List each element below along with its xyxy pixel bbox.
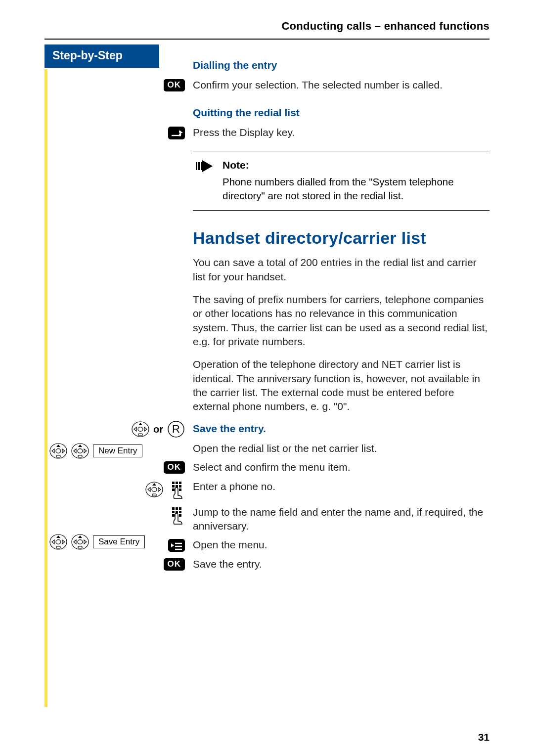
section-title: Handset directory/carrier list — [193, 228, 490, 248]
text-open-menu: Open the menu. — [193, 538, 267, 552]
text-save-entry: Save the entry. — [193, 557, 262, 571]
note-box: Note: Phone numbers dialled from the "Sy… — [193, 151, 490, 211]
subhead-dialling: Dialling the entry — [193, 59, 490, 71]
or-label: or — [153, 424, 163, 435]
softkey-new-entry[interactable]: New Entry — [93, 445, 142, 457]
control-key-icon — [71, 442, 89, 460]
para-2: The saving of prefix numbers for carrier… — [193, 293, 490, 349]
page-number: 31 — [478, 731, 490, 743]
text-press-display: Press the Display key. — [193, 126, 295, 139]
subhead-save-entry: Save the entry. — [193, 423, 490, 435]
text-confirm-selection: Confirm your selection. The selected num… — [193, 78, 443, 92]
note-body-text: Phone numbers dialled from the "System t… — [222, 176, 454, 201]
keypad-hand-icon — [170, 481, 185, 500]
ok-key-icon: OK — [164, 461, 185, 474]
control-key-icon — [132, 420, 149, 438]
menu-key-icon — [168, 539, 185, 552]
display-key-icon — [168, 127, 185, 139]
running-head: Conducting calls – enhanced functions — [44, 20, 490, 33]
text-enter-phone: Enter a phone no. — [193, 480, 275, 493]
control-key-icon — [49, 442, 67, 460]
para-1: You can save a total of 200 entries in t… — [193, 256, 490, 284]
control-key-icon — [71, 533, 89, 551]
r-key-icon — [167, 420, 185, 438]
softkey-save-entry[interactable]: Save Entry — [93, 535, 145, 548]
text-jump-name: Jump to the name field and enter the nam… — [193, 505, 490, 534]
keypad-hand-icon — [170, 506, 185, 526]
divider — [44, 39, 490, 40]
control-key-icon — [49, 533, 67, 551]
note-title: Note: — [222, 158, 487, 172]
note-arrow-icon — [196, 159, 214, 173]
left-yellow-bar — [44, 69, 47, 707]
ok-key-icon: OK — [164, 558, 185, 571]
text-open-redial: Open the redial list or the net carrier … — [193, 442, 377, 455]
step-by-step-tab: Step-by-Step — [44, 44, 159, 68]
text-select-menu: Select and confirm the menu item. — [193, 460, 351, 474]
ok-key-icon: OK — [164, 79, 185, 91]
subhead-quitting: Quitting the redial list — [193, 107, 490, 119]
para-3: Operation of the telephone directory and… — [193, 357, 490, 413]
